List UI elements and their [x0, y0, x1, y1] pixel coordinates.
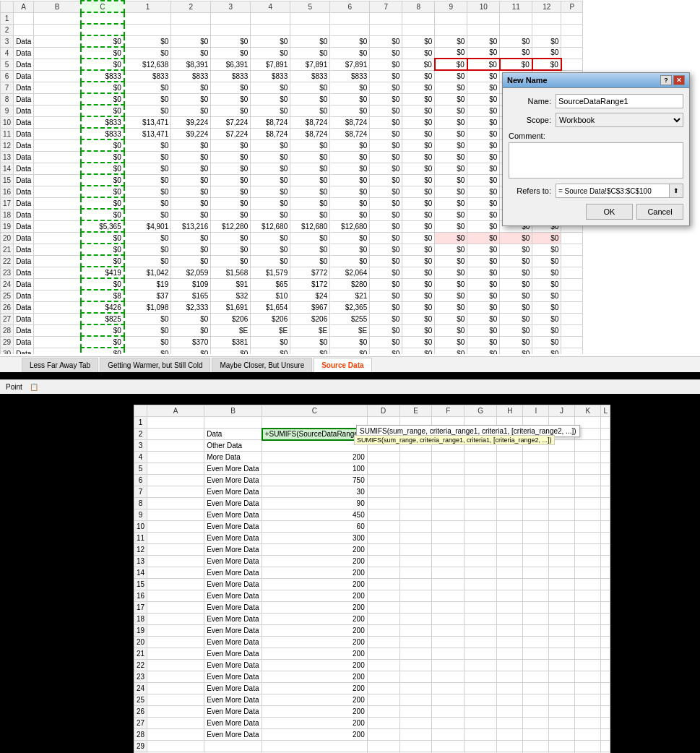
dialog-title-bar: New Name ? ✕ — [503, 73, 689, 88]
table-row: 6 Data $833 $833$833$833$833$833$833$0$0… — [1, 70, 583, 82]
dialog-name-label: Name: — [509, 97, 556, 106]
dialog-scope-select[interactable]: Workbook — [556, 113, 683, 127]
formula-cell[interactable]: +SUMIFS(SourceDataRange1, — [262, 429, 368, 440]
table-row: 13 Data $0 $0$0$0$0$0$0$0$0$0$0$0$0 — [1, 151, 583, 163]
dialog-refers-input[interactable] — [556, 184, 669, 198]
dialog-refers-collapse-button[interactable]: ⬆ — [669, 184, 683, 198]
status-point: Point — [6, 383, 22, 391]
col-header-6[interactable]: 6 — [330, 1, 370, 12]
table-row: 1 — [1, 12, 583, 24]
table-row: 27 Even More Data 200 — [134, 718, 610, 729]
table-row: 18 Even More Data 200 — [134, 614, 610, 625]
col-header-7[interactable]: 7 — [370, 1, 402, 12]
bcol-l-header[interactable]: L — [601, 405, 610, 417]
bcol-g-header[interactable]: G — [464, 405, 497, 417]
status-bar: Point 📋 — [0, 379, 700, 394]
bottom-grid-table: A B C D E F G H I J K L — [134, 405, 610, 753]
new-name-dialog: New Name ? ✕ Name: Scope: Workbook Comme… — [502, 72, 690, 226]
col-header-1[interactable]: 1 — [124, 1, 171, 12]
table-row: 21 Data $0 $0$0$0$0$0$0$0$0$0$0$0$0 — [1, 244, 583, 255]
col-header-p[interactable]: P — [561, 1, 583, 12]
bottom-container: A B C D E F G H I J K L — [0, 405, 700, 753]
table-row: 7 Even More Data 30 — [134, 486, 610, 498]
top-grid-table: A B C 1 2 3 4 5 6 7 8 9 10 11 12 P — [0, 0, 583, 354]
table-row: 14 Data $0 $0$0$0$0$0$0$0$0$0$0$0$0 — [1, 163, 583, 174]
table-row: 16 Data $0 $0$0$0$0$0$0$0$0$0$0$0$0 — [1, 186, 583, 197]
col-header-9[interactable]: 9 — [435, 1, 467, 12]
table-row: 22 Even More Data 200 — [134, 660, 610, 671]
dialog-title-text: New Name — [507, 76, 548, 85]
dialog-cancel-button[interactable]: Cancel — [636, 204, 683, 220]
table-row: 17 Data $0 $0$0$0$0$0$0$0$0$0$0$0$0 — [1, 197, 583, 209]
dialog-comment-label: Comment: — [509, 132, 683, 140]
bottom-grid: A B C D E F G H I J K L — [134, 405, 610, 753]
table-row: 23 Even More Data 200 — [134, 671, 610, 683]
col-header-a[interactable]: A — [14, 1, 34, 12]
table-row: 17 Even More Data 200 — [134, 602, 610, 614]
col-header-10[interactable]: 10 — [467, 1, 500, 12]
tab-maybe-closer[interactable]: Maybe Closer, But Unsure — [212, 358, 312, 372]
dialog-refers-label: Refers to: — [509, 186, 556, 195]
table-row: 25 Data $8 $37$165$32$10$24$21$0$0$0$0$0… — [1, 290, 583, 301]
dialog-title-buttons: ? ✕ — [660, 75, 685, 85]
table-row: 30 Data $0 $0$0$0$0$0$0$0$0$0$0$0$0 — [1, 348, 583, 354]
dialog-name-input[interactable] — [556, 94, 683, 108]
bcol-corner — [134, 405, 147, 417]
tab-less-far-away[interactable]: Less Far Away Tab — [22, 358, 98, 372]
bcol-k-header[interactable]: K — [575, 405, 601, 417]
table-row: 28 Data $0 $0$0$E$E$E$E$0$0$0$0$0$0 — [1, 324, 583, 336]
bcol-d-header[interactable]: D — [367, 405, 399, 417]
col-header-11[interactable]: 11 — [500, 1, 532, 12]
table-row: 19 Data $5,365 $4,901$13,216$12,280$12,6… — [1, 220, 583, 232]
col-header-b[interactable]: B — [34, 1, 81, 12]
table-row: 11 Even More Data 300 — [134, 533, 610, 544]
bcol-h-header[interactable]: H — [497, 405, 523, 417]
table-row: 25 Even More Data 200 — [134, 694, 610, 706]
col-header-8[interactable]: 8 — [402, 1, 435, 12]
col-header-12[interactable]: 12 — [532, 1, 561, 12]
bcol-a-header[interactable]: A — [147, 405, 204, 417]
dialog-close-button[interactable]: ✕ — [673, 75, 685, 85]
table-row: 23 Data $419 $1,042$2,059$1,568$1,579$77… — [1, 267, 583, 278]
dialog-comment-section: Comment: — [509, 132, 683, 180]
table-row: 5 Data $0 $12,638$8,391$6,391$7,891$7,89… — [1, 59, 583, 70]
dialog-comment-textarea[interactable] — [509, 142, 683, 178]
dialog-ok-button[interactable]: OK — [586, 204, 633, 220]
col-header-5[interactable]: 5 — [290, 1, 330, 12]
bcol-e-header[interactable]: E — [399, 405, 432, 417]
table-row: 3 Data $0 $0$0$0$0$0$0$0$0$0$0$0$0 — [1, 35, 583, 47]
bcol-c-header[interactable]: C — [262, 405, 368, 417]
col-header-4[interactable]: 4 — [251, 1, 290, 12]
table-row: 13 Even More Data 200 — [134, 556, 610, 567]
table-row: 14 Even More Data 200 — [134, 567, 610, 579]
dialog-body: Name: Scope: Workbook Comment: Refers to… — [503, 88, 689, 225]
gap-spacer — [0, 372, 700, 379]
table-row: 24 Even More Data 200 — [134, 683, 610, 694]
tab-getting-warmer[interactable]: Getting Warmer, but Still Cold — [100, 358, 210, 372]
table-row: 6 Even More Data 750 — [134, 475, 610, 486]
bottom-spreadsheet: A B C D E F G H I J K L — [134, 405, 610, 753]
bcol-b-header[interactable]: B — [204, 405, 262, 417]
tab-source-data[interactable]: Source Data — [314, 358, 371, 372]
col-header-c[interactable]: C — [81, 1, 124, 12]
table-row: 12 Even More Data 200 — [134, 544, 610, 556]
table-row: 4 Data $0 $0$0$0$0$0$0$0$0$0$0$0$0 — [1, 47, 583, 59]
dialog-help-button[interactable]: ? — [660, 75, 672, 85]
bcol-j-header[interactable]: J — [549, 405, 575, 417]
table-row: 8 Data $0 $0$0$0$0$0$0$0$0$0$0$0$0 — [1, 93, 583, 105]
col-header-2[interactable]: 2 — [171, 1, 211, 12]
bcol-f-header[interactable]: F — [432, 405, 464, 417]
col-header-3[interactable]: 3 — [211, 1, 251, 12]
table-row: 20 Data $0 $0$0$0$0$0$0$0$0 $0 $0 $0 $0 — [1, 232, 583, 244]
table-row: 9 Data $0 $0$0$0$0$0$0$0$0$0$0$0$0 — [1, 105, 583, 116]
table-row: 16 Even More Data 200 — [134, 590, 610, 602]
table-row: 2 — [1, 24, 583, 35]
autocomplete-text: SUMIFS(sum_range, criteria_range1, crite… — [360, 427, 576, 435]
table-row: 19 Even More Data 200 — [134, 625, 610, 637]
dialog-name-row: Name: — [509, 94, 683, 108]
table-row: 22 Data $0 $0$0$0$0$0$0$0$0$0$0$0$0 — [1, 255, 583, 267]
table-row: 29 — [134, 741, 610, 752]
table-row: 29 Data $0 $0$370$381$0$0$0$0$0$0$0$0$0 — [1, 336, 583, 348]
bcol-i-header[interactable]: I — [523, 405, 549, 417]
table-row: 10 Data $833 $13,471$9,224$7,224$8,724$8… — [1, 116, 583, 128]
